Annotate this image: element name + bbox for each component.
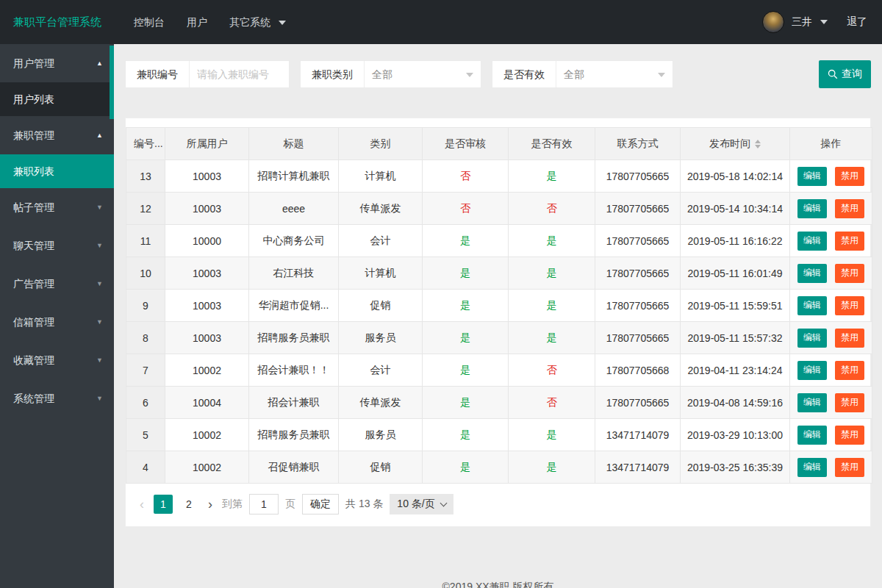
cell-title: 招聘服务员兼职 [249,419,339,451]
cell-valid: 是 [509,225,595,257]
col-header-phone: 联系方式 [595,128,681,160]
disable-button[interactable]: 禁用 [835,232,864,251]
cell-phone: 13471714079 [595,419,681,451]
edit-button[interactable]: 编辑 [797,232,827,251]
valid-select[interactable]: 全部 [556,61,673,87]
disable-button[interactable]: 禁用 [835,199,864,218]
sidebar-item-jobs-mgmt[interactable]: 兼职管理 ▲ [0,116,114,154]
cell-title: 招聘计算机兼职 [249,160,339,193]
disable-button[interactable]: 禁用 [835,296,864,315]
caret-icon: ▲ [96,44,103,82]
username-dropdown[interactable]: 三井 [792,15,828,29]
table-body: 13 10003 招聘计算机兼职 计算机 否 是 17807705665 201… [126,160,872,484]
avatar[interactable] [762,11,784,33]
cell-title: 招聘服务员兼职 [249,322,339,354]
cell-user: 10003 [165,257,249,290]
cell-time: 2019-04-11 23:14:24 [681,354,790,387]
page-size-select[interactable]: 10 条/页 [390,494,453,514]
chevron-down-icon [466,73,473,77]
edit-button[interactable]: 编辑 [797,393,827,412]
page-button-2[interactable]: 2 [179,495,198,514]
sidebar-item-favorites-mgmt[interactable]: 收藏管理 ▼ [0,341,114,379]
sort-icon[interactable] [755,140,761,148]
cell-time: 2019-05-14 10:34:14 [681,193,790,225]
sidebar-item-chat-mgmt[interactable]: 聊天管理 ▼ [0,226,114,265]
sidebar-item-ads-mgmt[interactable]: 广告管理 ▼ [0,265,114,303]
cell-time: 2019-05-11 15:57:32 [681,322,790,354]
cell-id: 11 [126,225,165,257]
caret-icon: ▼ [96,188,103,226]
table-card: 编号... 所属用户 标题 类别 是否审核 是否有效 联系方式 发布时间 操作 … [125,118,871,527]
edit-button[interactable]: 编辑 [797,296,827,315]
chevron-down-icon [658,73,665,77]
edit-button[interactable]: 编辑 [797,199,827,218]
confirm-page-button[interactable]: 确定 [302,494,339,514]
category-select[interactable]: 全部 [365,61,481,87]
sidebar-item-mailbox-mgmt[interactable]: 信箱管理 ▼ [0,303,114,341]
cell-id: 10 [126,257,165,290]
disable-button[interactable]: 禁用 [835,361,864,380]
search-button[interactable]: 查询 [819,60,871,88]
sidebar-item-posts-mgmt[interactable]: 帖子管理 ▼ [0,188,114,226]
navbar-right: 三井 退了 [762,11,882,33]
cell-user: 10000 [165,225,249,257]
sidebar-item-user-list[interactable]: 用户列表 [0,82,114,116]
nav-item-console[interactable]: 控制台 [123,0,176,44]
disable-button[interactable]: 禁用 [835,426,864,445]
cell-phone: 17807705665 [595,257,681,290]
cell-audited: 是 [423,257,509,290]
disable-button[interactable]: 禁用 [835,167,864,186]
nav-item-other-systems[interactable]: 其它系统 [218,0,297,44]
cell-audited: 是 [423,225,509,257]
cell-title: 召促销兼职 [249,451,339,484]
caret-icon: ▼ [96,379,103,417]
cell-valid: 是 [509,290,595,322]
goto-page-input[interactable] [249,494,279,514]
disable-button[interactable]: 禁用 [835,264,864,283]
sidebar-item-job-list[interactable]: 兼职列表 [0,154,114,188]
cell-actions: 编辑 禁用 [790,225,872,257]
logout-link[interactable]: 退了 [847,15,867,29]
cell-actions: 编辑 禁用 [790,290,872,322]
next-page-button[interactable]: › [205,497,215,512]
filter-valid: 是否有效 全部 [492,60,673,88]
cell-phone: 17807705665 [595,290,681,322]
job-no-input[interactable] [190,61,289,87]
cell-category: 促销 [339,451,423,484]
cell-user: 10002 [165,419,249,451]
table-row: 5 10002 招聘服务员兼职 服务员 是 是 13471714079 2019… [126,419,872,451]
table-row: 4 10002 召促销兼职 促销 是 是 13471714079 2019-03… [126,451,872,484]
edit-button[interactable]: 编辑 [797,458,827,477]
sidebar-item-label: 广告管理 [13,278,54,290]
disable-button[interactable]: 禁用 [835,458,864,477]
cell-actions: 编辑 禁用 [790,257,872,290]
page-button-1[interactable]: 1 [154,495,173,514]
prev-page-button[interactable]: ‹ [137,497,147,512]
cell-actions: 编辑 禁用 [790,193,872,225]
cell-phone: 17807705668 [595,354,681,387]
nav-item-users[interactable]: 用户 [176,0,218,44]
edit-button[interactable]: 编辑 [797,329,827,348]
top-navbar: 兼职平台管理系统 控制台 用户 其它系统 三井 退了 [0,0,882,44]
app-title[interactable]: 兼职平台管理系统 [0,15,123,29]
cell-category: 计算机 [339,160,423,193]
cell-valid: 是 [509,451,595,484]
sidebar-item-users-mgmt[interactable]: 用户管理 ▲ [0,44,114,82]
disable-button[interactable]: 禁用 [835,329,864,348]
main-content: 兼职编号 兼职类别 全部 是否有效 全部 查询 [114,44,882,588]
goto-prefix: 到第 [222,498,243,511]
col-header-time: 发布时间 [681,128,790,160]
edit-button[interactable]: 编辑 [797,264,827,283]
edit-button[interactable]: 编辑 [797,426,827,445]
col-header-title: 标题 [249,128,339,160]
edit-button[interactable]: 编辑 [797,167,827,186]
caret-icon: ▲ [96,116,103,154]
edit-button[interactable]: 编辑 [797,361,827,380]
search-icon [828,69,838,79]
caret-icon: ▼ [96,341,103,379]
disable-button[interactable]: 禁用 [835,393,864,412]
sidebar-item-system-mgmt[interactable]: 系统管理 ▼ [0,379,114,417]
cell-user: 10003 [165,322,249,354]
valid-label: 是否有效 [492,61,556,87]
sidebar: 用户管理 ▲ 用户列表 兼职管理 ▲ 兼职列表 帖子管理 ▼ 聊天管理 ▼ 广告… [0,44,114,588]
